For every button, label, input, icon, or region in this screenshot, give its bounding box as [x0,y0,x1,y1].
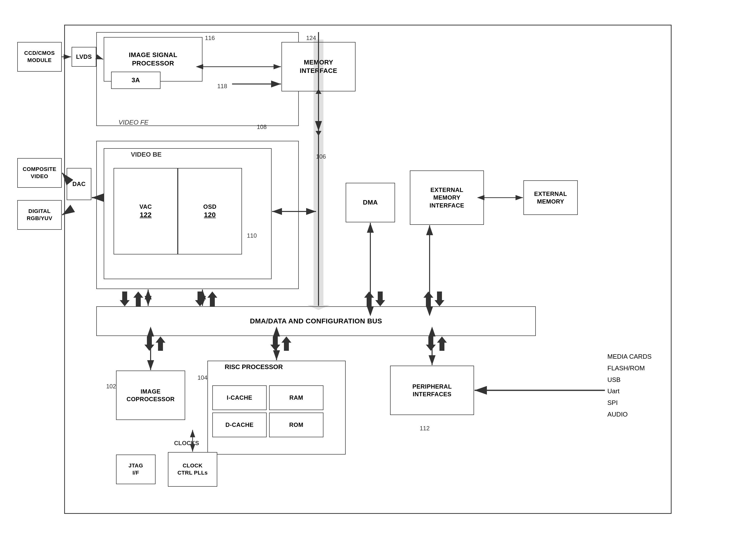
external-memory-label: EXTERNAL MEMORY [534,190,567,205]
rom-label: ROM [289,421,303,429]
dcache-label: D-CACHE [225,421,254,429]
clock-ctrl-label: CLOCK CTRL PLLs [178,462,208,476]
risc-label: RISC PROCESSOR [225,363,283,371]
isp-label: IMAGE SIGNAL PROCESSOR [129,51,178,68]
jtag-label: JTAG I/F [128,462,143,476]
peripheral-interfaces-box: PERIPHERAL INTERFACES [390,366,474,415]
dcache-box: D-CACHE [212,413,267,437]
ref-106: 106 [316,153,326,160]
diagram-container: VIDEO FE IMAGE SIGNAL PROCESSOR 3A 116 1… [10,10,746,529]
composite-video-box: COMPOSITE VIDEO [17,158,62,188]
ref-116: 116 [205,35,215,41]
dac-box: DAC [67,168,91,200]
dma-bus-box: DMA/DATA AND CONFIGURATION BUS [96,306,536,336]
external-memory-box: EXTERNAL MEMORY [523,180,578,215]
spi-label: SPI [607,397,652,409]
ref-118: 118 [217,83,227,90]
usb-label: USB [607,374,652,386]
dac-label: DAC [72,180,86,188]
jtag-box: JTAG I/F [116,455,156,484]
clocks-label: CLOCKS [174,440,199,447]
flash-rom-label: FLASH/ROM [607,363,652,374]
ext-memory-interface-label: EXTERNAL MEMORY INTERFACE [430,186,464,209]
media-cards-label: MEDIA CARDS [607,351,652,363]
lvds-label: LVDS [76,53,92,60]
ccd-cmos-box: CCD/CMOS MODULE [17,42,62,72]
osd-label: OSD [203,203,217,210]
ram-label: RAM [289,394,303,402]
ref-102: 102 [106,383,116,390]
digital-rgb-box: DIGITAL RGB/YUV [17,200,62,230]
peripheral-interfaces-label: PERIPHERAL INTERFACES [412,383,452,398]
uart-label: Uart [607,385,652,397]
media-labels: MEDIA CARDS FLASH/ROM USB Uart SPI AUDIO [607,351,652,420]
vac-label: VAC [139,203,152,210]
rom-box: ROM [269,413,323,437]
icache-label: I-CACHE [227,394,252,402]
dma-box: DMA [346,183,395,222]
dma-label: DMA [363,198,378,207]
composite-video-label: COMPOSITE VIDEO [23,166,57,180]
osd-num: 120 [204,210,216,219]
osd-box: OSD 120 [178,168,242,254]
ref-124: 124 [306,35,316,41]
vac-box: VAC 122 [114,168,178,254]
ram-box: RAM [269,385,323,410]
clock-ctrl-box: CLOCK CTRL PLLs [168,452,217,487]
video-be-label: VIDEO BE [131,151,161,158]
vac-num: 122 [140,210,152,219]
image-coprocessor-label: IMAGE COPROCESSOR [127,388,175,403]
ref-104: 104 [198,374,207,381]
isp-3a-box: 3A [111,72,160,89]
memory-interface-box: MEMORY INTERFACE [281,42,356,91]
ref-108: 108 [257,123,267,130]
lvds-box: LVDS [72,47,96,67]
digital-rgb-label: DIGITAL RGB/YUV [27,208,52,222]
dma-bus-label: DMA/DATA AND CONFIGURATION BUS [250,317,382,326]
ext-memory-interface-box: EXTERNAL MEMORY INTERFACE [410,170,484,225]
ref-112: 112 [420,425,430,432]
ref-110: 110 [247,232,257,239]
video-fe-label: VIDEO FE [119,119,148,126]
memory-interface-label: MEMORY INTERFACE [300,58,337,75]
icache-box: I-CACHE [212,385,267,410]
audio-label: AUDIO [607,409,652,420]
ccd-cmos-label: CCD/CMOS MODULE [24,50,55,64]
image-coprocessor-box: IMAGE COPROCESSOR [116,371,185,420]
isp-3a-label: 3A [132,76,140,84]
